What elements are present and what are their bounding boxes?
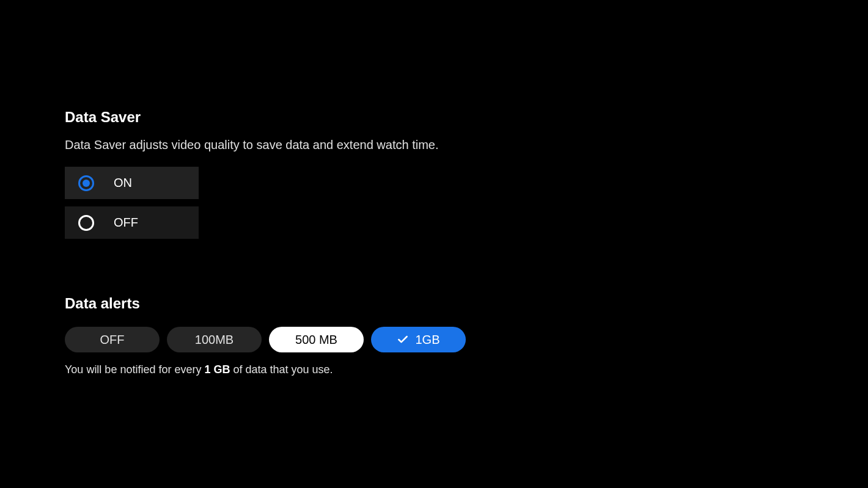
- radio-unselected-icon: [78, 215, 94, 231]
- data-saver-radio-group: ON OFF: [65, 167, 868, 239]
- data-saver-description: Data Saver adjusts video quality to save…: [65, 138, 868, 152]
- data-alert-1gb-label: 1GB: [415, 333, 440, 347]
- data-alert-off-button[interactable]: OFF: [65, 327, 160, 352]
- data-saver-off-label: OFF: [114, 216, 138, 230]
- data-saver-off-option[interactable]: OFF: [65, 206, 199, 239]
- data-alerts-options: OFF 100MB 500 MB 1GB: [65, 327, 868, 352]
- data-alert-100mb-label: 100MB: [195, 333, 234, 347]
- data-alert-100mb-button[interactable]: 100MB: [167, 327, 262, 352]
- radio-selected-icon: [78, 175, 94, 191]
- data-alerts-title: Data alerts: [65, 295, 868, 312]
- notify-prefix: You will be notified for every: [65, 363, 204, 376]
- notify-amount: 1 GB: [204, 363, 230, 376]
- data-saver-on-option[interactable]: ON: [65, 167, 199, 199]
- data-alert-off-label: OFF: [100, 333, 125, 347]
- check-icon: [397, 333, 409, 346]
- notify-suffix: of data that you use.: [230, 363, 333, 376]
- data-saver-title: Data Saver: [65, 109, 868, 126]
- data-alert-500mb-button[interactable]: 500 MB: [269, 327, 364, 352]
- data-saver-on-label: ON: [114, 176, 132, 190]
- data-alert-1gb-button[interactable]: 1GB: [371, 327, 466, 352]
- data-alert-notify-text: You will be notified for every 1 GB of d…: [65, 363, 868, 376]
- data-alert-500mb-label: 500 MB: [295, 333, 337, 347]
